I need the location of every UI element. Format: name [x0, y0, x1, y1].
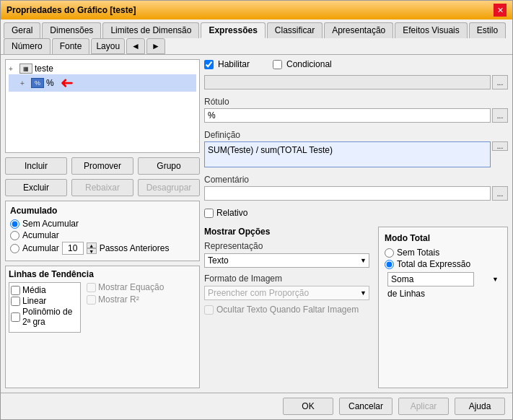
tend-r2-check[interactable]: [87, 295, 96, 305]
tend-linear: Linear: [11, 296, 79, 306]
comentario-input[interactable]: [204, 186, 491, 201]
definicao-btn[interactable]: ...: [492, 141, 508, 151]
total-expressao-label: Total da Expressão: [397, 259, 470, 269]
title-bar: Propriedades do Gráfico [teste] ✕: [1, 1, 512, 19]
acumular-label: Acumular: [22, 230, 59, 240]
ocultar-check[interactable]: [204, 305, 214, 315]
excluir-button[interactable]: Excluir: [5, 179, 67, 196]
spinner: ▲ ▼: [87, 242, 97, 254]
definicao-label: Definição: [204, 130, 508, 140]
cancelar-button[interactable]: Cancelar: [339, 398, 393, 415]
opcoes-title: Mostrar Opções: [204, 227, 369, 237]
tab-dimensoes[interactable]: Dimensões: [42, 22, 101, 38]
grupo-button[interactable]: Grupo: [138, 157, 200, 175]
tendencia-title: Linhas de Tendência: [9, 269, 196, 279]
tab-nav-right[interactable]: ►: [146, 38, 165, 54]
rebaixar-button[interactable]: Rebaixar: [71, 179, 133, 196]
formato-select[interactable]: Preencher com Proporção: [204, 286, 369, 300]
condicional-row: Condicional: [273, 59, 332, 69]
tab-limites[interactable]: Limites de Dimensão: [102, 22, 199, 38]
tab-expressoes[interactable]: Expressões: [201, 22, 265, 38]
rotulo-group: Rótulo ...: [204, 97, 508, 123]
top-right: Habilitar Condicional: [204, 59, 508, 69]
main-content: + ▦ teste + % % ➜ Incluir Promover Grupo: [1, 55, 512, 393]
condicional-btn[interactable]: ...: [492, 75, 508, 89]
tab-layou[interactable]: Layou: [91, 38, 125, 54]
middle-section: Mostrar Opções Representação Texto Forma…: [204, 227, 508, 388]
definition-area[interactable]: SUM(Teste) / sum(TOTAL Teste) ➜: [204, 141, 491, 167]
tab-fonte[interactable]: Fonte: [52, 38, 90, 54]
tend-r2-label: Mostrar R²: [98, 294, 139, 305]
desagrupar-button[interactable]: Desagrupar: [138, 179, 200, 196]
sem-totais-radio[interactable]: [385, 248, 394, 258]
condicional-input[interactable]: [204, 75, 491, 89]
expand-icon: +: [9, 65, 17, 73]
habilitar-row: Habilitar: [204, 59, 250, 69]
comentario-input-row: ...: [204, 186, 508, 201]
relativo-check[interactable]: [204, 209, 214, 218]
tree-item-percent[interactable]: + % % ➜: [9, 74, 196, 92]
tend-equacao: Mostrar Equação: [87, 282, 164, 292]
tendencia-list: Média Linear Polinômio de 2ª gra: [9, 282, 81, 333]
modo-total: Modo Total Sem Totais Total da Expressão…: [378, 227, 508, 388]
ok-button[interactable]: OK: [283, 398, 333, 415]
mostrar-opcoes: Mostrar Opções Representação Texto Forma…: [204, 227, 369, 388]
spin-up[interactable]: ▲: [87, 242, 97, 248]
tab-geral[interactable]: Geral: [4, 22, 40, 38]
buttons-row-1: Incluir Promover Grupo: [5, 157, 200, 175]
window-title: Propriedades do Gráfico [teste]: [6, 5, 136, 15]
acumular-radio[interactable]: [10, 231, 19, 240]
total-expressao-row: Total da Expressão: [385, 259, 501, 269]
ocultar-label: Ocultar Texto Quando Faltar Imagem: [216, 305, 359, 315]
aplicar-button[interactable]: Aplicar: [398, 398, 449, 415]
expand-icon-2: +: [20, 79, 29, 87]
promover-button[interactable]: Promover: [71, 157, 133, 175]
tree-item-teste[interactable]: + ▦ teste: [9, 63, 196, 74]
tab-efeitos[interactable]: Efeitos Visuais: [395, 22, 468, 38]
tend-media: Média: [11, 285, 79, 295]
soma-select[interactable]: Soma: [387, 272, 474, 286]
red-arrow-tree: ➜: [61, 75, 74, 91]
steps-input[interactable]: [62, 242, 84, 255]
acumulado-section: Acumulado Sem Acumular Acumular Acumular…: [5, 201, 200, 261]
representacao-label: Representação: [204, 241, 369, 251]
ocultar-row: Ocultar Texto Quando Faltar Imagem: [204, 305, 369, 315]
tend-media-check[interactable]: [11, 286, 20, 295]
condicional-check[interactable]: [273, 60, 282, 69]
definicao-group: Definição SUM(Teste) / sum(TOTAL Teste) …: [204, 130, 508, 167]
ajuda-button[interactable]: Ajuda: [455, 398, 505, 415]
total-expressao-radio[interactable]: [385, 260, 394, 269]
relativo-label: Relativo: [216, 208, 247, 218]
grid-icon: ▦: [19, 64, 32, 74]
tab-estilo[interactable]: Estilo: [469, 22, 506, 38]
tab-classificar[interactable]: Classificar: [267, 22, 323, 38]
rotulo-input[interactable]: [204, 108, 491, 123]
representacao-wrapper: Texto: [204, 253, 369, 268]
tend-equacao-label: Mostrar Equação: [98, 282, 164, 292]
spin-down[interactable]: ▼: [87, 248, 97, 254]
close-button[interactable]: ✕: [494, 4, 507, 17]
habilitar-label: Habilitar: [218, 59, 250, 69]
tend-linear-check[interactable]: [11, 297, 20, 306]
sem-acumular-radio[interactable]: [10, 219, 19, 229]
formato-wrapper: Preencher com Proporção: [204, 286, 369, 300]
acumulado-title: Acumulado: [10, 206, 195, 216]
tend-media-label: Média: [22, 285, 46, 295]
acumular-steps-radio[interactable]: [10, 244, 19, 253]
tend-polinomio-check[interactable]: [11, 312, 20, 322]
condicional-input-row: ...: [204, 75, 508, 89]
representacao-select[interactable]: Texto: [204, 253, 369, 268]
comentario-btn[interactable]: ...: [492, 186, 508, 201]
tend-r2: Mostrar R²: [87, 294, 164, 305]
habilitar-check[interactable]: [204, 60, 214, 69]
rotulo-btn[interactable]: ...: [492, 108, 508, 123]
tab-numero[interactable]: Número: [4, 38, 51, 54]
incluir-button[interactable]: Incluir: [5, 157, 67, 175]
acumular-steps-label: Acumular: [22, 243, 59, 253]
right-panel: Habilitar Condicional ... Rótulo ...: [204, 59, 508, 388]
tab-nav-left[interactable]: ◄: [126, 38, 145, 54]
relativo-row: Relativo: [204, 208, 508, 218]
tend-equacao-check[interactable]: [87, 283, 96, 292]
tab-apresentacao[interactable]: Apresentação: [324, 22, 393, 38]
tendencia-content: Média Linear Polinômio de 2ª gra: [9, 282, 196, 333]
